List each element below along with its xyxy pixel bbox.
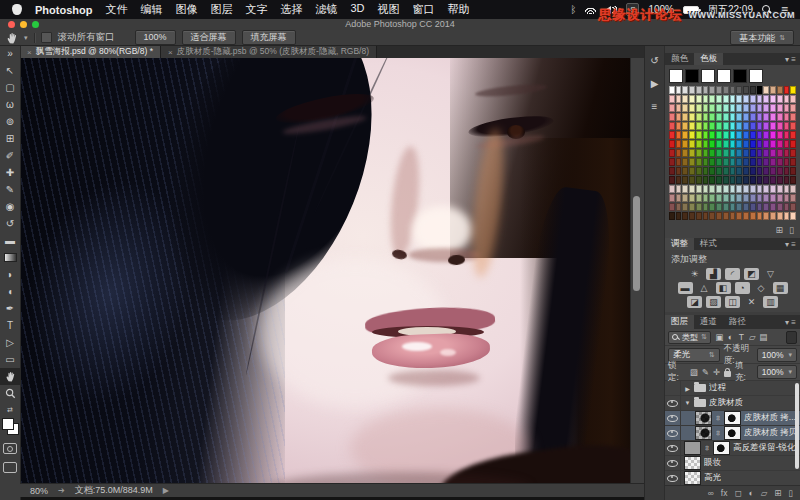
filter-adjustment-layers-icon[interactable]: ◐ [725,332,736,342]
color-swatch[interactable] [757,140,763,148]
color-swatch[interactable] [730,131,736,139]
color-swatch[interactable] [757,131,763,139]
color-swatch[interactable] [770,86,776,94]
color-swatch[interactable] [669,158,675,166]
color-swatch[interactable] [723,113,729,121]
color-swatch[interactable] [689,113,695,121]
panel-menu-icon[interactable]: ▾ ≡ [785,315,800,329]
color-swatch[interactable] [770,158,776,166]
layer-thumbnail[interactable] [684,456,701,470]
color-swatch[interactable] [696,167,702,175]
channel-mixer-icon[interactable]: ◇ [754,282,769,294]
scroll-all-windows-checkbox[interactable] [41,32,52,43]
new-layer-icon[interactable]: ⊞ [774,488,781,498]
menu-图层[interactable]: 图层 [210,2,232,17]
lasso-tool[interactable]: ω [0,96,20,113]
color-swatch[interactable] [709,212,715,220]
color-swatch[interactable] [750,95,756,103]
color-swatch[interactable] [777,131,783,139]
color-swatch[interactable] [682,140,688,148]
color-swatch[interactable] [723,167,729,175]
delete-layer-icon[interactable]: ▯ [788,488,793,498]
color-swatch[interactable] [689,194,695,202]
color-swatch[interactable] [689,158,695,166]
color-swatch[interactable] [716,140,722,148]
color-swatch[interactable] [703,86,709,94]
color-swatch[interactable] [736,113,742,121]
color-swatch[interactable] [790,122,796,130]
color-swatch[interactable] [716,95,722,103]
color-swatch[interactable] [743,158,749,166]
color-swatch[interactable] [709,104,715,112]
color-swatch[interactable] [750,167,756,175]
color-swatch[interactable] [682,86,688,94]
color-swatch[interactable] [709,113,715,121]
color-swatch[interactable] [676,194,682,202]
color-swatch[interactable] [750,86,756,94]
color-swatch[interactable] [676,113,682,121]
visibility-toggle[interactable] [665,381,681,395]
color-swatch[interactable] [743,113,749,121]
color-swatch[interactable] [777,194,783,202]
color-swatch[interactable] [682,149,688,157]
color-swatch[interactable] [676,95,682,103]
new-adjustment-layer-icon[interactable]: ◐ [749,488,754,498]
color-swatch[interactable] [716,149,722,157]
color-swatch[interactable] [730,149,736,157]
color-swatch[interactable] [676,203,682,211]
collapse-tools[interactable]: » [0,45,20,62]
volume-icon[interactable] [605,6,617,14]
color-swatch[interactable] [689,95,695,103]
color-swatch[interactable] [723,86,729,94]
menu-选择[interactable]: 选择 [280,2,302,17]
color-swatch[interactable] [716,194,722,202]
color-swatch[interactable] [669,104,675,112]
color-swatch[interactable] [784,86,790,94]
color-swatch[interactable] [709,122,715,130]
color-swatch[interactable] [777,140,783,148]
color-swatch[interactable] [703,203,709,211]
layer-row[interactable]: 高光 [665,471,800,485]
color-swatch[interactable] [736,203,742,211]
color-swatch[interactable] [730,194,736,202]
add-layer-mask-icon[interactable]: ◻ [734,488,741,498]
color-swatch[interactable] [696,158,702,166]
delete-swatch-icon[interactable]: ▯ [789,225,794,235]
recent-swatch[interactable] [749,69,763,83]
swap-colors-icon[interactable]: ⇄ [7,406,13,413]
menubar-clock[interactable]: 周五22:09 [708,3,753,17]
color-swatch[interactable] [709,95,715,103]
color-swatch[interactable] [696,176,702,184]
color-swatch[interactable] [763,203,769,211]
color-swatch[interactable] [689,122,695,130]
color-swatch[interactable] [743,149,749,157]
color-swatch[interactable] [723,212,729,220]
color-swatch[interactable] [703,131,709,139]
color-swatch[interactable] [730,104,736,112]
panel-menu-icon[interactable]: ▾ ≡ [785,238,800,250]
link-layers-icon[interactable]: ∞ [708,488,714,498]
color-swatch[interactable] [784,185,790,193]
color-swatch[interactable] [784,203,790,211]
color-swatch[interactable] [676,149,682,157]
notification-center-icon[interactable]: ≡ [781,5,788,15]
color-swatch[interactable] [696,113,702,121]
color-swatch[interactable] [716,167,722,175]
layer-row[interactable]: ▶过程 [665,381,800,396]
color-swatch[interactable] [763,113,769,121]
color-swatch[interactable] [716,203,722,211]
color-swatch[interactable] [784,167,790,175]
color-swatch[interactable] [709,140,715,148]
brush-tool[interactable]: ✎ [0,181,20,198]
color-swatch[interactable] [703,194,709,202]
color-swatch[interactable] [763,158,769,166]
color-swatch[interactable] [682,203,688,211]
visibility-toggle[interactable] [665,426,681,440]
color-swatch[interactable] [689,203,695,211]
color-swatch[interactable] [669,113,675,121]
layer-row[interactable]: ▼皮肤材质 [665,396,800,411]
color-swatch[interactable] [777,149,783,157]
color-swatch[interactable] [703,140,709,148]
color-swatch[interactable] [676,176,682,184]
screen-mode-button[interactable] [3,462,17,473]
